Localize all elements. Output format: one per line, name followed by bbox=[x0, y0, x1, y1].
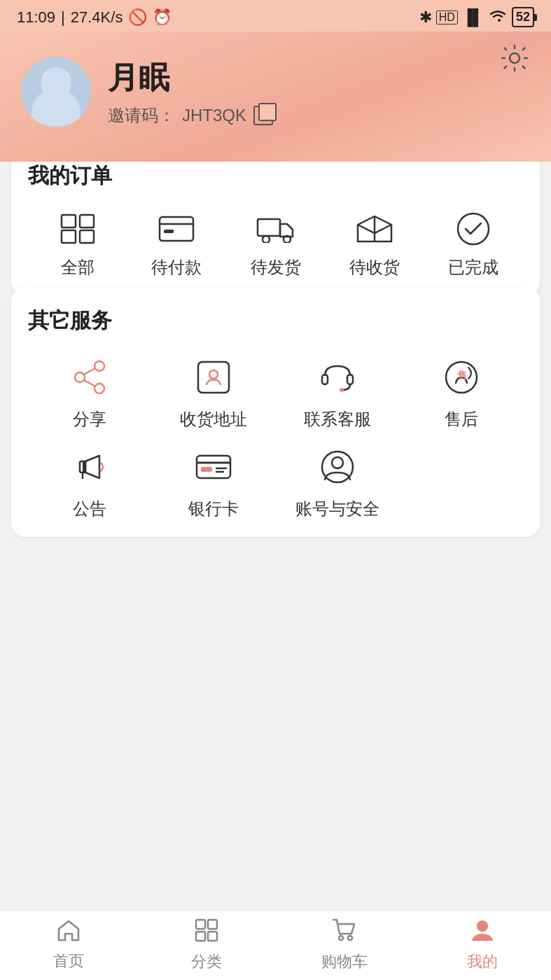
after-sale-icon: 售 bbox=[439, 355, 484, 400]
pending-receive-icon bbox=[352, 210, 397, 248]
svg-line-15 bbox=[84, 368, 95, 374]
avatar[interactable] bbox=[21, 57, 91, 127]
service-item-account-security[interactable]: 账号与安全 bbox=[276, 444, 400, 520]
service-item-announcement[interactable]: 公告 bbox=[28, 444, 152, 520]
profile-row: 月眠 邀请码： JHT3QK bbox=[21, 57, 530, 127]
account-security-icon bbox=[315, 444, 360, 489]
svg-rect-5 bbox=[160, 217, 193, 241]
main-content: 11:09 | 27.4K/s 🚫 ⏰ ✱ HD ▐▌ 52 bbox=[0, 0, 551, 625]
hd-icon: HD bbox=[436, 10, 458, 24]
svg-point-0 bbox=[510, 53, 519, 63]
bottom-nav: 首页 分类 购物车 我的 bbox=[0, 910, 551, 980]
address-icon bbox=[191, 355, 236, 400]
svg-rect-34 bbox=[196, 932, 205, 941]
all-orders-icon bbox=[55, 210, 100, 248]
svg-point-31 bbox=[332, 457, 343, 468]
copy-icon[interactable] bbox=[253, 106, 273, 125]
wifi-icon bbox=[488, 8, 508, 27]
service-label-bank-card: 银行卡 bbox=[188, 498, 239, 520]
svg-point-11 bbox=[458, 214, 489, 244]
svg-point-13 bbox=[95, 384, 104, 393]
avatar-body bbox=[32, 88, 81, 127]
service-item-after-sale[interactable]: 售 售后 bbox=[399, 355, 523, 430]
order-label-pending-ship: 待发货 bbox=[251, 256, 301, 279]
service-label-account-security: 账号与安全 bbox=[295, 498, 379, 520]
signal-bars-icon: ▐▌ bbox=[462, 8, 484, 27]
service-item-customer-service[interactable]: 联系客服 bbox=[276, 355, 400, 430]
home-icon bbox=[57, 919, 81, 946]
svg-rect-19 bbox=[322, 374, 328, 384]
orders-card: 我的订单 全部 bbox=[11, 142, 540, 295]
svg-point-12 bbox=[95, 361, 104, 371]
order-item-completed[interactable]: 已完成 bbox=[424, 210, 523, 279]
order-label-completed: 已完成 bbox=[448, 256, 498, 279]
status-divider: | bbox=[61, 8, 65, 27]
nav-label-category: 分类 bbox=[191, 951, 222, 972]
nav-label-home: 首页 bbox=[53, 951, 84, 972]
svg-rect-17 bbox=[198, 362, 229, 393]
avatar-head bbox=[41, 67, 71, 98]
nav-item-home[interactable]: 首页 bbox=[0, 911, 138, 980]
svg-rect-20 bbox=[347, 374, 353, 384]
service-grid: 分享 收货地址 bbox=[28, 355, 523, 520]
signal-icon: 🚫 bbox=[128, 8, 147, 27]
svg-point-9 bbox=[263, 236, 270, 243]
nav-item-cart[interactable]: 购物车 bbox=[276, 911, 414, 980]
svg-point-14 bbox=[75, 372, 85, 382]
profile-name: 月眠 bbox=[108, 57, 273, 99]
bluetooth-icon: ✱ bbox=[419, 8, 432, 27]
invite-code: JHT3QK bbox=[182, 106, 246, 125]
order-label-all: 全部 bbox=[61, 256, 95, 279]
svg-point-21 bbox=[340, 388, 343, 392]
bank-card-icon bbox=[191, 444, 236, 489]
service-item-bank-card[interactable]: 银行卡 bbox=[152, 444, 276, 520]
svg-rect-35 bbox=[208, 932, 217, 941]
nav-item-category[interactable]: 分类 bbox=[138, 911, 276, 980]
customer-service-icon bbox=[315, 355, 360, 400]
svg-rect-25 bbox=[197, 456, 230, 478]
share-icon bbox=[67, 355, 112, 400]
svg-point-38 bbox=[477, 920, 488, 932]
order-item-all[interactable]: 全部 bbox=[28, 210, 127, 279]
category-icon bbox=[195, 918, 218, 947]
svg-line-16 bbox=[84, 380, 95, 386]
svg-rect-7 bbox=[164, 230, 174, 233]
service-item-address[interactable]: 收货地址 bbox=[152, 355, 276, 430]
header-section: 月眠 邀请码： JHT3QK bbox=[0, 31, 551, 162]
order-item-pending-receive[interactable]: 待收货 bbox=[325, 210, 424, 279]
nav-label-mine: 我的 bbox=[467, 951, 498, 972]
svg-rect-2 bbox=[80, 215, 94, 227]
orders-title: 我的订单 bbox=[28, 162, 523, 190]
status-right: ✱ HD ▐▌ 52 bbox=[419, 7, 534, 27]
svg-rect-27 bbox=[201, 467, 212, 472]
announcement-icon bbox=[67, 444, 112, 489]
service-label-customer-service: 联系客服 bbox=[304, 408, 371, 430]
svg-rect-33 bbox=[208, 920, 217, 929]
status-time: 11:09 bbox=[17, 8, 55, 27]
svg-point-30 bbox=[322, 451, 353, 482]
invite-row: 邀请码： JHT3QK bbox=[108, 104, 273, 127]
order-item-pending-ship[interactable]: 待发货 bbox=[226, 210, 325, 279]
order-label-pending-payment: 待付款 bbox=[151, 256, 202, 279]
nav-item-mine[interactable]: 我的 bbox=[413, 911, 551, 980]
order-item-pending-payment[interactable]: 待付款 bbox=[127, 210, 225, 279]
service-item-share[interactable]: 分享 bbox=[28, 355, 152, 430]
battery-indicator: 52 bbox=[512, 7, 534, 27]
svg-rect-8 bbox=[258, 219, 280, 236]
pending-ship-icon bbox=[253, 210, 298, 248]
svg-text:售: 售 bbox=[457, 370, 467, 381]
invite-label: 邀请码： bbox=[108, 104, 175, 127]
svg-rect-4 bbox=[80, 230, 94, 243]
services-card: 其它服务 分享 bbox=[11, 287, 540, 537]
svg-rect-3 bbox=[62, 230, 76, 243]
cart-icon bbox=[332, 918, 357, 947]
profile-info: 月眠 邀请码： JHT3QK bbox=[108, 57, 273, 127]
svg-rect-32 bbox=[196, 920, 205, 929]
order-label-pending-receive: 待收货 bbox=[349, 256, 400, 279]
settings-button[interactable] bbox=[499, 43, 530, 80]
services-title: 其它服务 bbox=[28, 307, 523, 335]
svg-point-36 bbox=[339, 936, 343, 940]
service-label-after-sale: 售后 bbox=[445, 408, 478, 430]
svg-point-18 bbox=[209, 370, 218, 379]
status-network: 27.4K/s bbox=[71, 8, 123, 27]
